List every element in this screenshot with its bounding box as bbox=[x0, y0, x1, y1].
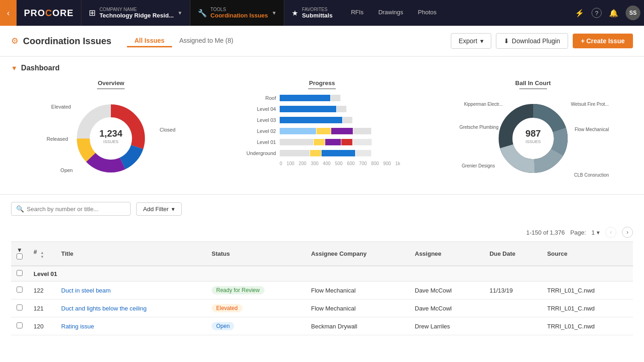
bic-label-grenier: Grenier Designs bbox=[462, 163, 495, 168]
progress-chart-title: Progress bbox=[309, 80, 335, 86]
filter-bar: 🔍 Add Filter ▾ bbox=[0, 194, 644, 223]
row-source-121: TRRI_L01_C.nwd bbox=[541, 299, 633, 317]
help-icon[interactable]: ? bbox=[592, 8, 602, 18]
row-due-121 bbox=[484, 299, 541, 317]
pagination-page-label: Page: bbox=[570, 229, 586, 236]
chevron-down-icon-page[interactable]: ▾ bbox=[597, 229, 600, 236]
company-value: Technology Ridge Resid... bbox=[99, 12, 174, 19]
row-title-120[interactable]: Rating issue bbox=[56, 317, 206, 335]
label-closed: Closed bbox=[160, 127, 175, 132]
page-header: ⚙ Coordination Issues All Issues Assigne… bbox=[0, 26, 644, 57]
col-header-due-date: Due Date bbox=[484, 242, 541, 266]
tools-selector[interactable]: 🔧 TOOLS Coordination Issues ▼ bbox=[190, 0, 284, 26]
current-page: 1 bbox=[592, 229, 595, 236]
sort-asc-icon[interactable]: ▲ bbox=[40, 251, 44, 255]
tools-label: TOOLS bbox=[211, 7, 268, 12]
row-checkbox-120[interactable] bbox=[17, 322, 23, 328]
search-box[interactable]: 🔍 bbox=[11, 202, 131, 216]
group-label: Level 01 bbox=[28, 266, 633, 282]
label-released: Released bbox=[46, 136, 68, 142]
next-page-button[interactable]: › bbox=[622, 227, 633, 238]
favorites-selector[interactable]: ★ FAVORITES Submittals bbox=[284, 0, 339, 26]
col-header-assignee: Assignee bbox=[409, 242, 484, 266]
download-icon: ⬇ bbox=[504, 37, 509, 45]
label-open: Open bbox=[60, 167, 73, 173]
bic-label-gretsche: Gretsche Plumbing bbox=[460, 125, 499, 130]
row-checkbox-122[interactable] bbox=[17, 287, 23, 293]
table-wrapper: ▼ # ▲ ▼ Title Status Assignee Company As… bbox=[0, 241, 644, 335]
company-label: COMPANY NAME bbox=[99, 7, 174, 12]
col-header-source: Source bbox=[541, 242, 633, 266]
row-status-121: Elevated bbox=[206, 299, 305, 317]
select-all-checkbox[interactable] bbox=[17, 253, 23, 259]
tools-value: Coordination Issues bbox=[211, 12, 268, 19]
nav-icons: ⚡ ? 🔔 SS bbox=[569, 0, 644, 26]
svg-point-5 bbox=[91, 118, 131, 159]
collapse-icon[interactable]: ▼ bbox=[17, 247, 23, 253]
row-num-121: 121 bbox=[28, 299, 56, 317]
tab-assigned-to-me[interactable]: Assigned to Me (8) bbox=[172, 35, 241, 47]
create-issue-button[interactable]: + Create Issue bbox=[573, 34, 633, 48]
back-button[interactable]: ‹ bbox=[0, 0, 17, 26]
row-checkbox-cell-120 bbox=[11, 317, 28, 335]
plug-icon[interactable]: ⚡ bbox=[573, 6, 586, 19]
search-icon: 🔍 bbox=[16, 205, 24, 213]
overview-donut-wrapper: Elevated Closed Released Open bbox=[37, 95, 184, 187]
sort-desc-icon[interactable]: ▼ bbox=[40, 255, 44, 259]
search-input[interactable] bbox=[27, 206, 126, 213]
dashboard-title: Dashboard bbox=[21, 64, 60, 72]
tab-all-issues[interactable]: All Issues bbox=[127, 35, 172, 47]
svg-point-13 bbox=[513, 118, 553, 159]
overview-donut-svg: 1,234 ISSUES bbox=[74, 102, 148, 175]
add-filter-button[interactable]: Add Filter ▾ bbox=[136, 202, 182, 216]
download-plugin-button[interactable]: ⬇ Download Plugin bbox=[496, 33, 568, 49]
chevron-down-icon: ▼ bbox=[178, 10, 183, 16]
progress-chart: Progress Roof Level 04 bbox=[222, 80, 422, 187]
table-body: Level 01 122 Duct in steel beam Ready fo… bbox=[11, 266, 633, 335]
col-header-title: Title bbox=[56, 242, 206, 266]
bic-label-flow: Flow Mechanical bbox=[575, 127, 609, 132]
col-header-collapse: ▼ bbox=[11, 242, 28, 266]
table-row: 120 Rating issue Open Beckman Drywall Dr… bbox=[11, 317, 633, 335]
bar-row-level02: Level 02 bbox=[244, 128, 400, 134]
row-status-122: Ready for Review bbox=[206, 282, 305, 299]
row-checkbox-121[interactable] bbox=[17, 305, 23, 310]
row-title-122[interactable]: Duct in steel beam bbox=[56, 282, 206, 299]
nav-link-drawings[interactable]: Drawings bbox=[371, 0, 410, 26]
gear-icon: ⚙ bbox=[11, 36, 18, 46]
group-checkbox[interactable] bbox=[17, 270, 23, 276]
progress-bars: Roof Level 04 Level 03 bbox=[244, 95, 400, 166]
bic-donut-svg: 987 ISSUES bbox=[496, 99, 570, 178]
top-nav: ‹ PROCORE ⊞ COMPANY NAME Technology Ridg… bbox=[0, 0, 644, 26]
page-selector: 1 ▾ bbox=[592, 229, 600, 236]
row-checkbox-cell-122 bbox=[11, 282, 28, 299]
bic-label-clb: CLB Consruction bbox=[574, 172, 609, 178]
bar-row-roof: Roof bbox=[244, 95, 400, 101]
bar-row-level04: Level 04 bbox=[244, 106, 400, 112]
row-title-121[interactable]: Duct and lights below the ceiling bbox=[56, 299, 206, 317]
col-header-num: # ▲ ▼ bbox=[28, 242, 56, 266]
prev-page-button[interactable]: ‹ bbox=[605, 227, 616, 238]
nav-link-rfis[interactable]: RFIs bbox=[344, 0, 371, 26]
pagination-row: 1-150 of 1,376 Page: 1 ▾ ‹ › bbox=[0, 223, 644, 241]
notifications-icon[interactable]: 🔔 bbox=[607, 6, 620, 19]
overview-chart-title: Overview bbox=[98, 80, 124, 86]
row-due-120 bbox=[484, 317, 541, 335]
chevron-down-icon-filter: ▾ bbox=[172, 206, 175, 213]
status-badge-121: Elevated bbox=[212, 304, 242, 312]
export-button[interactable]: Export ▾ bbox=[451, 33, 491, 49]
dashboard-toggle[interactable]: ▼ Dashboard bbox=[11, 64, 633, 72]
col-header-status: Status bbox=[206, 242, 305, 266]
svg-text:987: 987 bbox=[525, 128, 540, 138]
star-icon: ★ bbox=[292, 9, 298, 17]
favorites-value: Submittals bbox=[302, 12, 332, 19]
status-badge-120: Open bbox=[212, 322, 234, 330]
favorites-label: FAVORITES bbox=[302, 7, 332, 12]
user-avatar[interactable]: SS bbox=[626, 6, 640, 20]
nav-link-photos[interactable]: Photos bbox=[411, 0, 444, 26]
charts-grid: Overview Elevated Closed Released Open bbox=[11, 80, 633, 187]
page-tabs: All Issues Assigned to Me (8) bbox=[127, 35, 241, 47]
building-icon: ⊞ bbox=[89, 8, 96, 18]
overview-chart: Overview Elevated Closed Released Open bbox=[11, 80, 211, 187]
company-selector[interactable]: ⊞ COMPANY NAME Technology Ridge Resid...… bbox=[81, 0, 190, 26]
